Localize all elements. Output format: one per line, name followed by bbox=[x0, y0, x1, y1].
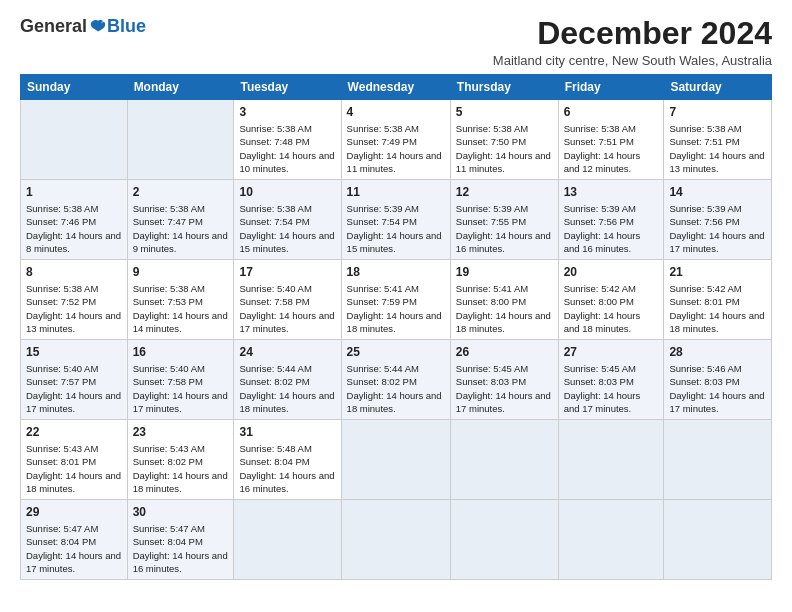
col-header-sunday: Sunday bbox=[21, 75, 128, 100]
daylight-label: Daylight: 14 hours and 13 minutes. bbox=[26, 310, 121, 334]
day-number: 31 bbox=[239, 424, 335, 441]
week-row-2: 1Sunrise: 5:38 AMSunset: 7:46 PMDaylight… bbox=[21, 180, 772, 260]
daylight-label: Daylight: 14 hours and 17 minutes. bbox=[239, 310, 334, 334]
empty-cell bbox=[341, 420, 450, 500]
day-cell-2: 2Sunrise: 5:38 AMSunset: 7:47 PMDaylight… bbox=[127, 180, 234, 260]
calendar-table: SundayMondayTuesdayWednesdayThursdayFrid… bbox=[20, 74, 772, 580]
daylight-label: Daylight: 14 hours and 8 minutes. bbox=[26, 230, 121, 254]
sunset-label: Sunset: 8:01 PM bbox=[669, 296, 739, 307]
sunrise-label: Sunrise: 5:40 AM bbox=[26, 363, 98, 374]
col-header-saturday: Saturday bbox=[664, 75, 772, 100]
col-header-friday: Friday bbox=[558, 75, 664, 100]
sunset-label: Sunset: 7:46 PM bbox=[26, 216, 96, 227]
daylight-label: Daylight: 14 hours and 18 minutes. bbox=[239, 390, 334, 414]
col-header-wednesday: Wednesday bbox=[341, 75, 450, 100]
day-cell-18: 18Sunrise: 5:41 AMSunset: 7:59 PMDayligh… bbox=[341, 260, 450, 340]
logo: General Blue bbox=[20, 16, 146, 37]
daylight-label: Daylight: 14 hours and 18 minutes. bbox=[347, 310, 442, 334]
sunrise-label: Sunrise: 5:39 AM bbox=[564, 203, 636, 214]
sunset-label: Sunset: 8:03 PM bbox=[564, 376, 634, 387]
empty-cell bbox=[450, 420, 558, 500]
sunrise-label: Sunrise: 5:39 AM bbox=[347, 203, 419, 214]
sunset-label: Sunset: 7:53 PM bbox=[133, 296, 203, 307]
day-number: 23 bbox=[133, 424, 229, 441]
empty-cell bbox=[21, 100, 128, 180]
day-number: 25 bbox=[347, 344, 445, 361]
sunrise-label: Sunrise: 5:41 AM bbox=[347, 283, 419, 294]
sunset-label: Sunset: 7:50 PM bbox=[456, 136, 526, 147]
sunset-label: Sunset: 7:58 PM bbox=[133, 376, 203, 387]
day-cell-17: 17Sunrise: 5:40 AMSunset: 7:58 PMDayligh… bbox=[234, 260, 341, 340]
sunset-label: Sunset: 8:03 PM bbox=[456, 376, 526, 387]
day-number: 9 bbox=[133, 264, 229, 281]
sunrise-label: Sunrise: 5:44 AM bbox=[347, 363, 419, 374]
day-number: 13 bbox=[564, 184, 659, 201]
daylight-label: Daylight: 14 hours and 17 minutes. bbox=[26, 550, 121, 574]
daylight-label: Daylight: 14 hours and 18 minutes. bbox=[133, 470, 228, 494]
daylight-label: Daylight: 14 hours and 17 minutes. bbox=[133, 390, 228, 414]
page: General Blue December 2024 Maitland city… bbox=[0, 0, 792, 612]
sunrise-label: Sunrise: 5:38 AM bbox=[347, 123, 419, 134]
sunrise-label: Sunrise: 5:40 AM bbox=[133, 363, 205, 374]
day-number: 30 bbox=[133, 504, 229, 521]
sunrise-label: Sunrise: 5:40 AM bbox=[239, 283, 311, 294]
sunset-label: Sunset: 7:47 PM bbox=[133, 216, 203, 227]
day-cell-5: 5Sunrise: 5:38 AMSunset: 7:50 PMDaylight… bbox=[450, 100, 558, 180]
empty-cell bbox=[127, 100, 234, 180]
sunset-label: Sunset: 7:49 PM bbox=[347, 136, 417, 147]
sunset-label: Sunset: 8:02 PM bbox=[239, 376, 309, 387]
daylight-label: Daylight: 14 hours and 17 minutes. bbox=[456, 390, 551, 414]
day-cell-14: 14Sunrise: 5:39 AMSunset: 7:56 PMDayligh… bbox=[664, 180, 772, 260]
col-header-tuesday: Tuesday bbox=[234, 75, 341, 100]
sunset-label: Sunset: 7:51 PM bbox=[669, 136, 739, 147]
sunrise-label: Sunrise: 5:43 AM bbox=[26, 443, 98, 454]
sunset-label: Sunset: 7:56 PM bbox=[564, 216, 634, 227]
sunset-label: Sunset: 7:56 PM bbox=[669, 216, 739, 227]
logo-text: General Blue bbox=[20, 16, 146, 37]
day-cell-20: 20Sunrise: 5:42 AMSunset: 8:00 PMDayligh… bbox=[558, 260, 664, 340]
day-number: 29 bbox=[26, 504, 122, 521]
sunrise-label: Sunrise: 5:38 AM bbox=[26, 283, 98, 294]
header: General Blue December 2024 Maitland city… bbox=[20, 16, 772, 68]
empty-cell bbox=[450, 500, 558, 580]
sunrise-label: Sunrise: 5:43 AM bbox=[133, 443, 205, 454]
sunset-label: Sunset: 8:02 PM bbox=[133, 456, 203, 467]
day-cell-19: 19Sunrise: 5:41 AMSunset: 8:00 PMDayligh… bbox=[450, 260, 558, 340]
day-cell-25: 25Sunrise: 5:44 AMSunset: 8:02 PMDayligh… bbox=[341, 340, 450, 420]
daylight-label: Daylight: 14 hours and 17 minutes. bbox=[669, 390, 764, 414]
day-number: 21 bbox=[669, 264, 766, 281]
subtitle: Maitland city centre, New South Wales, A… bbox=[493, 53, 772, 68]
sunrise-label: Sunrise: 5:38 AM bbox=[239, 203, 311, 214]
day-number: 10 bbox=[239, 184, 335, 201]
sunrise-label: Sunrise: 5:38 AM bbox=[26, 203, 98, 214]
day-number: 26 bbox=[456, 344, 553, 361]
daylight-label: Daylight: 14 hours and 17 minutes. bbox=[26, 390, 121, 414]
day-cell-1: 1Sunrise: 5:38 AMSunset: 7:46 PMDaylight… bbox=[21, 180, 128, 260]
col-header-monday: Monday bbox=[127, 75, 234, 100]
daylight-label: Daylight: 14 hours and 11 minutes. bbox=[456, 150, 551, 174]
sunset-label: Sunset: 8:01 PM bbox=[26, 456, 96, 467]
sunset-label: Sunset: 8:03 PM bbox=[669, 376, 739, 387]
day-number: 17 bbox=[239, 264, 335, 281]
daylight-label: Daylight: 14 hours and 12 minutes. bbox=[564, 150, 641, 174]
day-number: 28 bbox=[669, 344, 766, 361]
day-number: 1 bbox=[26, 184, 122, 201]
sunset-label: Sunset: 7:58 PM bbox=[239, 296, 309, 307]
sunrise-label: Sunrise: 5:47 AM bbox=[133, 523, 205, 534]
day-cell-8: 8Sunrise: 5:38 AMSunset: 7:52 PMDaylight… bbox=[21, 260, 128, 340]
sunrise-label: Sunrise: 5:38 AM bbox=[239, 123, 311, 134]
sunset-label: Sunset: 8:00 PM bbox=[456, 296, 526, 307]
daylight-label: Daylight: 14 hours and 9 minutes. bbox=[133, 230, 228, 254]
day-cell-22: 22Sunrise: 5:43 AMSunset: 8:01 PMDayligh… bbox=[21, 420, 128, 500]
day-number: 27 bbox=[564, 344, 659, 361]
sunset-label: Sunset: 7:48 PM bbox=[239, 136, 309, 147]
sunset-label: Sunset: 7:55 PM bbox=[456, 216, 526, 227]
empty-cell bbox=[341, 500, 450, 580]
logo-blue: Blue bbox=[107, 16, 146, 37]
day-number: 8 bbox=[26, 264, 122, 281]
daylight-label: Daylight: 14 hours and 18 minutes. bbox=[26, 470, 121, 494]
daylight-label: Daylight: 14 hours and 15 minutes. bbox=[347, 230, 442, 254]
sunset-label: Sunset: 7:57 PM bbox=[26, 376, 96, 387]
sunrise-label: Sunrise: 5:38 AM bbox=[669, 123, 741, 134]
daylight-label: Daylight: 14 hours and 16 minutes. bbox=[133, 550, 228, 574]
